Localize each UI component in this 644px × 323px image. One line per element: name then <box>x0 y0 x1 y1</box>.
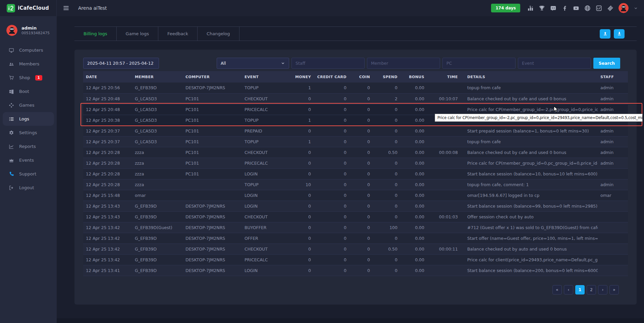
page-button[interactable]: › <box>598 285 607 294</box>
export-download-button[interactable] <box>614 29 625 39</box>
cell-money: 0 <box>289 104 314 115</box>
tab-game-logs[interactable]: Game logs <box>117 27 158 41</box>
cell-spend: 100 <box>373 222 400 233</box>
cell-staff: omar <box>598 190 628 201</box>
page-button[interactable]: « <box>552 285 562 294</box>
hamburger-menu-icon[interactable] <box>63 5 69 11</box>
sidebar-item-icon <box>9 130 14 136</box>
sidebar-item-label: Settings <box>19 130 37 135</box>
cell-credit-card: 0 <box>314 244 349 254</box>
sidebar-item-computers[interactable]: Computers <box>3 43 54 57</box>
sidebar-item-boot[interactable]: Boot <box>3 85 54 98</box>
table-row[interactable]: 12 Apr 25 20:56G_EFB39DDESKTOP-7JM2NRSTO… <box>83 83 628 93</box>
table-row[interactable]: 12 Apr 25 20:48G_LCA5D3PC101PRICECALC000… <box>83 104 628 115</box>
cell-staff: admin <box>598 147 628 158</box>
sidebar-item-games[interactable]: Games <box>3 98 54 112</box>
sidebar-item-events[interactable]: Events <box>3 153 54 167</box>
sidebar-item-support[interactable]: Support <box>3 167 54 181</box>
column-header: COIN <box>349 71 373 83</box>
staff-input[interactable] <box>291 58 365 69</box>
table-row[interactable]: 12 Apr 25 13:43G_EFB39DDESKTOP-7JM2NRSLO… <box>83 201 628 211</box>
cell-spend: 0 <box>373 265 400 276</box>
sidebar-item-icon <box>9 103 14 108</box>
cell-spend: 0 <box>373 254 400 265</box>
member-input[interactable] <box>367 58 440 69</box>
cell-credit-card: 0 <box>314 222 349 233</box>
pc-input[interactable] <box>442 58 516 69</box>
billing-logs-panel: All Search DATEMEMBERCOMPUTEREVENTMONEYC… <box>74 50 637 305</box>
sidebar-item-label: Events <box>19 158 34 163</box>
event-type-select[interactable]: All <box>217 58 289 69</box>
table-row[interactable]: 12 Apr 25 20:28zzzaPC101LOGIN00000.00Sta… <box>83 168 628 179</box>
cell-staff <box>598 222 628 233</box>
table-row[interactable]: 12 Apr 25 20:48G_LCA5D3PC101CHECKOUT0002… <box>83 93 628 104</box>
cell-coin: 0 <box>349 83 373 93</box>
cell-event: OFFER <box>242 233 289 244</box>
table-row[interactable]: 12 Apr 25 13:42G_EFB39D(Guest)DESKTOP-7J… <box>83 222 628 233</box>
tab-changelog[interactable]: Changelog <box>198 27 239 41</box>
table-row[interactable]: 12 Apr 25 13:42G_EFB39DDESKTOP-7JM2NRSPR… <box>83 254 628 265</box>
globe-icon[interactable] <box>584 5 591 11</box>
ranking-icon[interactable] <box>527 5 534 11</box>
youtube-icon[interactable] <box>573 5 579 11</box>
page-button[interactable]: 1 <box>575 285 585 294</box>
column-header: TIME <box>427 71 461 83</box>
table-row[interactable]: 12 Apr 25 13:43G_EFB39DDESKTOP-7JM2NRSCH… <box>83 211 628 222</box>
profile-block[interactable]: admin 005193482475 <box>0 16 57 43</box>
date-range-input[interactable] <box>83 58 159 69</box>
table-row[interactable]: 12 Apr 25 13:41G_EFB39DDESKTOP-7JM2NRSLO… <box>83 265 628 276</box>
cell-coin: 0 <box>349 179 373 190</box>
cell-credit-card: 0 <box>314 125 349 136</box>
icafecloud-icon[interactable] <box>596 5 602 11</box>
table-row[interactable]: 12 Apr 25 20:37G_LCA5D3PC101TOPUP10000.0… <box>83 136 628 147</box>
sidebar-item-members[interactable]: Members <box>3 57 54 71</box>
table-row[interactable]: 12 Apr 25 20:28zzzaPC101PRICECALC00000.0… <box>83 158 628 168</box>
table-row[interactable]: 12 Apr 25 13:42G_EFB39DDESKTOP-7JM2NRSCH… <box>83 244 628 254</box>
cell-staff: admin <box>598 136 628 147</box>
page-button[interactable]: ‹ <box>564 285 573 294</box>
cell-time: 00:01:03 <box>427 211 461 222</box>
cell-credit-card: 0 <box>314 147 349 158</box>
sidebar-item-icon <box>9 48 14 53</box>
table-row[interactable]: 12 Apr 25 20:28zzzaPC101CHECKOUT0000.500… <box>83 147 628 158</box>
sidebar-item-shop[interactable]: Shop 1 <box>3 71 54 85</box>
column-header: DATE <box>83 71 132 83</box>
table-row[interactable]: 12 Apr 25 20:37G_LCA5D3PC101PREPAID00000… <box>83 125 628 136</box>
tab-feedback[interactable]: Feedback <box>158 27 198 41</box>
cell-coin: 0 <box>349 211 373 222</box>
sidebar-item-settings[interactable]: Settings <box>3 126 54 140</box>
tab-billing-logs[interactable]: Billing logs <box>74 27 117 41</box>
cell-credit-card: 0 <box>314 265 349 276</box>
column-header: COMPUTER <box>183 71 242 83</box>
chevron-down-icon[interactable] <box>634 6 638 10</box>
sidebar-item-reports[interactable]: Reports <box>3 140 54 153</box>
table-row[interactable]: 12 Apr 25 15:48omarLOGIN00000.00omar[194… <box>83 190 628 201</box>
discord-icon[interactable] <box>550 5 556 11</box>
cell-details: topup from cafe <box>461 136 598 147</box>
event-input[interactable] <box>518 58 591 69</box>
facebook-icon[interactable] <box>561 5 568 11</box>
search-button[interactable]: Search <box>593 58 620 69</box>
cell-computer: DESKTOP-7JM2NRS <box>183 265 242 276</box>
brand[interactable]: iCafeCloud <box>0 0 57 16</box>
themes-icon[interactable] <box>607 5 613 11</box>
sidebar-item-logout[interactable]: Logout <box>3 181 54 195</box>
cell-money: 0 <box>289 93 314 104</box>
cell-time <box>427 158 461 168</box>
page-button[interactable]: 2 <box>587 285 596 294</box>
cell-staff <box>598 168 628 179</box>
table-row[interactable]: 12 Apr 25 20:28zzzaTOPUP100000.00topup f… <box>83 179 628 190</box>
sidebar-item-logs[interactable]: Logs <box>3 112 54 126</box>
cell-details: topup from cafe <box>461 83 598 93</box>
cell-staff <box>598 233 628 244</box>
upload-icon <box>603 31 608 36</box>
cell-time <box>427 104 461 115</box>
cell-staff <box>598 211 628 222</box>
table-row[interactable]: 12 Apr 25 13:42G_EFB39DDESKTOP-7JM2NRSOF… <box>83 233 628 244</box>
trophy-icon[interactable] <box>539 5 545 11</box>
page-button[interactable]: » <box>609 285 619 294</box>
filter-row: All Search <box>83 58 628 69</box>
export-upload-button[interactable] <box>600 29 610 39</box>
subscription-days-badge[interactable]: 174 days <box>491 4 520 12</box>
user-avatar[interactable] <box>619 3 629 13</box>
